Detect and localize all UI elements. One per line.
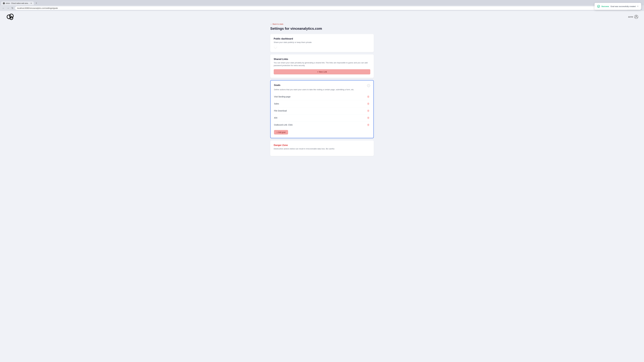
logo xyxy=(6,13,14,20)
goals-card: Goals i Define actions that you want you… xyxy=(270,80,374,138)
goal-list: Visit /landing-page Sales File Download … xyxy=(274,93,370,128)
user-section: acme xyxy=(628,15,638,19)
tab-title: vince · Cloud native web ana… xyxy=(6,2,30,4)
shared-links-card: Shared Links You can share your stats pr… xyxy=(270,54,374,78)
toast-label: Success xyxy=(602,5,609,7)
reload-button[interactable]: ↻ xyxy=(11,6,14,10)
add-goal-button[interactable]: + Add goal xyxy=(274,130,288,134)
back-to-stats-link[interactable]: ← Back to stats xyxy=(270,23,283,25)
goals-title-row: Goals i xyxy=(274,84,370,87)
goal-delete-button[interactable] xyxy=(366,109,370,112)
browser-tab[interactable]: vince · Cloud native web ana… ✕ xyxy=(1,1,34,5)
new-link-button[interactable]: + New Link xyxy=(274,69,370,74)
url-bar[interactable] xyxy=(15,6,628,10)
tab-favicon xyxy=(3,2,5,4)
page-header: acme xyxy=(0,11,644,23)
goal-item: Visit /landing-page xyxy=(274,93,370,100)
goal-item: File Download xyxy=(274,107,370,114)
goal-item-name: Visit /landing-page xyxy=(274,95,290,98)
danger-zone-title: Danger Zone xyxy=(274,144,370,146)
goals-info-icon[interactable]: i xyxy=(367,84,370,87)
public-dashboard-title: Public dashboard xyxy=(274,37,370,40)
main-content: ← Back to stats Settings for vinceanalyt… xyxy=(268,23,376,164)
user-avatar-icon[interactable] xyxy=(634,15,638,19)
goal-item-name: 404 xyxy=(274,117,277,119)
danger-zone-card: Danger Zone Destructive actions below ca… xyxy=(270,140,374,156)
toast-close-button[interactable]: × xyxy=(637,5,638,7)
goal-item-name: Outbound Link: Click xyxy=(274,124,292,126)
page-container: acme ← Back to stats Settings for vincea… xyxy=(0,11,644,362)
logo-svg xyxy=(6,13,14,20)
trash-icon xyxy=(367,103,370,105)
goals-description: Define actions that you want your users … xyxy=(274,88,370,91)
toast-message: Goal was successfully created xyxy=(610,5,636,7)
tab-close-button[interactable]: ✕ xyxy=(30,2,32,4)
new-tab-button[interactable]: + xyxy=(34,1,38,5)
forward-button[interactable]: → xyxy=(6,6,10,10)
trash-icon xyxy=(367,95,370,98)
danger-zone-description: Destructive actions below can result in … xyxy=(274,147,370,150)
goal-item-name: Sales xyxy=(274,103,279,105)
goal-delete-button[interactable] xyxy=(366,95,370,98)
public-dashboard-card: Public dashboard Share your stats public… xyxy=(270,34,374,52)
browser-chrome: vince · Cloud native web ana… ✕ + ← → ↻ … xyxy=(0,0,644,11)
svg-point-5 xyxy=(598,5,600,7)
toast-success-icon xyxy=(597,5,600,8)
goal-item: Sales xyxy=(274,100,370,107)
goal-item-name: File Download xyxy=(274,110,287,112)
trash-icon xyxy=(367,110,370,112)
goal-delete-button[interactable] xyxy=(366,123,370,127)
trash-icon xyxy=(367,124,370,126)
goal-delete-button[interactable] xyxy=(366,116,370,119)
shared-links-description: You can share your stats privately by ge… xyxy=(274,61,370,67)
goal-delete-button[interactable] xyxy=(366,102,370,105)
svg-point-3 xyxy=(636,15,637,17)
goal-item: Outbound Link: Click xyxy=(274,121,370,128)
success-toast: Success Goal was successfully created × xyxy=(594,3,641,10)
page-title: Settings for vinceanalytics.com xyxy=(270,26,374,30)
back-button[interactable]: ← xyxy=(2,6,5,10)
user-name: acme xyxy=(628,16,633,18)
goal-item: 404 xyxy=(274,114,370,121)
public-dashboard-description: Share your stats publicly or keep them p… xyxy=(274,41,370,44)
browser-tab-bar: vince · Cloud native web ana… ✕ + xyxy=(0,0,644,5)
goals-title: Goals xyxy=(274,84,280,86)
browser-address-bar: ← → ↻ ☆ ⬡ 👤 xyxy=(0,5,644,11)
trash-icon xyxy=(367,117,370,119)
shared-links-title: Shared Links xyxy=(274,58,370,60)
